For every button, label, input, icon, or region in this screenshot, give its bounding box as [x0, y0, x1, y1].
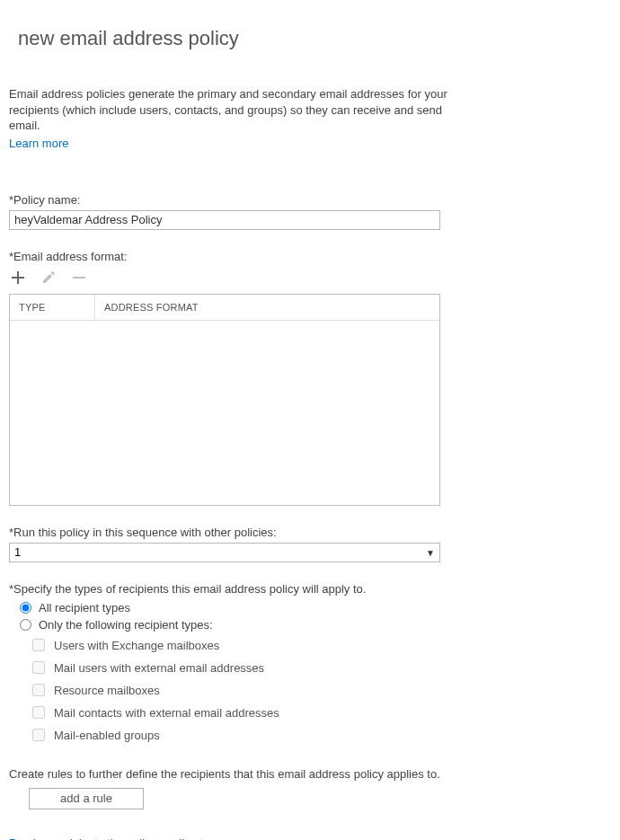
radio-all-label: All recipient types: [39, 601, 130, 615]
learn-more-link[interactable]: Learn more: [9, 137, 68, 150]
sequence-label: *Run this policy in this sequence with o…: [9, 526, 611, 539]
remove-button[interactable]: [70, 270, 88, 288]
check-mail-users[interactable]: [32, 661, 45, 674]
check-mail-groups[interactable]: [32, 729, 45, 741]
check-users-exchange-label: Users with Exchange mailboxes: [54, 639, 219, 652]
col-format[interactable]: ADDRESS FORMAT: [95, 295, 439, 320]
specify-label: *Specify the types of recipients this em…: [9, 582, 611, 596]
minus-icon: [72, 270, 86, 287]
plus-icon: [11, 270, 25, 287]
sequence-select[interactable]: 1: [9, 543, 440, 562]
check-mail-users-label: Mail users with external email addresses: [54, 661, 264, 675]
format-toolbar: [9, 270, 611, 288]
check-mail-contacts[interactable]: [32, 706, 45, 719]
policy-name-label: *Policy name:: [9, 193, 611, 207]
pencil-icon: [41, 270, 56, 287]
radio-all-recipients[interactable]: [20, 602, 31, 614]
check-resource-label: Resource mailboxes: [54, 684, 160, 697]
format-grid: TYPE ADDRESS FORMAT: [9, 294, 440, 506]
create-rules-text: Create rules to further define the recip…: [9, 767, 611, 781]
check-resource[interactable]: [32, 684, 45, 696]
radio-only-label: Only the following recipient types:: [39, 618, 213, 632]
check-users-exchange[interactable]: [32, 639, 45, 651]
col-type[interactable]: TYPE: [10, 295, 95, 320]
preview-recipients-link[interactable]: Preview recipients the policy applies to: [9, 836, 209, 840]
add-button[interactable]: [9, 270, 27, 288]
page-title: new email address policy: [18, 27, 611, 50]
svg-rect-0: [73, 277, 85, 279]
intro-text: Email address policies generate the prim…: [9, 86, 476, 134]
radio-only-following[interactable]: [20, 619, 31, 631]
add-rule-button[interactable]: add a rule: [29, 788, 144, 809]
grid-header: TYPE ADDRESS FORMAT: [10, 295, 439, 321]
check-mail-groups-label: Mail-enabled groups: [54, 729, 160, 742]
format-label: *Email address format:: [9, 250, 611, 263]
policy-name-input[interactable]: [9, 210, 440, 230]
check-mail-contacts-label: Mail contacts with external email addres…: [54, 706, 279, 720]
edit-button[interactable]: [40, 270, 58, 288]
grid-body: [10, 321, 439, 505]
